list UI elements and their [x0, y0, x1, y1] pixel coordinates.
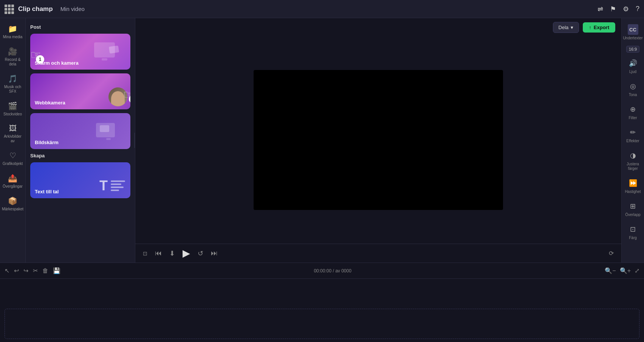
right-label-tona: Tona [629, 93, 637, 97]
sound-icon: 🔊 [628, 58, 638, 68]
skip-forward-icon[interactable]: ⏭ [211, 249, 218, 257]
skapa-section-title: Skapa [30, 153, 130, 159]
sidebar-item-my-media[interactable]: 📁 Mina media [2, 21, 24, 42]
time-total: av 0000 [335, 268, 351, 274]
select-tool-icon[interactable]: ↖ [5, 267, 9, 274]
card-skarm-label: Skärm och kamera [35, 60, 79, 66]
card-bild[interactable]: Bildskärm [30, 113, 130, 149]
video-title[interactable]: Min video [60, 6, 85, 12]
sidebar-item-stock[interactable]: 🎬 Stockvideo [2, 98, 24, 120]
skarm-decoration [80, 34, 131, 70]
sidebar-item-graphics[interactable]: ♡ Grafikobjekt [2, 148, 24, 169]
text-t-icon: T [99, 178, 108, 194]
sidebar-item-archives[interactable]: 🖼 Arkivbilder av [2, 121, 24, 146]
text-decoration: T [99, 178, 126, 194]
share-chevron-icon: ▾ [571, 25, 573, 30]
drop-zone [5, 309, 639, 339]
post-section-title: Post [30, 24, 130, 30]
zoom-in-icon[interactable]: 🔍+ [620, 267, 631, 274]
sidebar-item-music[interactable]: 🎵 Musik och SFX [2, 71, 24, 97]
share-button[interactable]: Dela ▾ [553, 22, 579, 33]
svg-rect-4 [106, 138, 111, 140]
undo-icon[interactable]: ↩ [14, 267, 19, 274]
time-separator: / [333, 268, 334, 274]
webcam-thumbnail [108, 87, 127, 106]
right-panel: CC Undertexter 16:9 🔊 Ljud ◎ Tona ⊕ Filt… [621, 18, 644, 263]
archives-icon: 🖼 [9, 124, 17, 133]
card-text[interactable]: T Text till tal [30, 162, 130, 198]
music-icon: 🎵 [8, 74, 17, 83]
right-item-effects[interactable]: ✏ Effekter [622, 124, 644, 146]
loop-icon[interactable]: ↺ [198, 249, 203, 258]
right-item-speed[interactable]: ⏩ Hastighet [622, 175, 644, 197]
webcam-person [111, 91, 125, 106]
zoom-out-icon[interactable]: 🔍− [605, 267, 616, 274]
sidebar-item-record[interactable]: 🎥 Record & dela [2, 44, 24, 70]
download-icon[interactable]: ⬇ [169, 249, 175, 258]
svg-rect-5 [100, 125, 109, 132]
right-item-overlay[interactable]: ⊞ Överlapp [622, 198, 644, 220]
topbar-left: Clip champ Min video [5, 5, 85, 14]
right-item-adjust-colors[interactable]: ◑ Justera färger [622, 147, 644, 174]
preview-area: Dela ▾ ↑ Export ⊡ ⏮ ⬇ ▶ ↺ ⏭ ⟳ [135, 18, 621, 263]
sidebar-item-transitions[interactable]: 📤 Övergångar [2, 171, 24, 192]
right-label-sound: Ljud [629, 70, 636, 74]
expand-timeline-icon[interactable]: ⤢ [635, 267, 639, 274]
save-icon[interactable]: 💾 [53, 267, 60, 274]
right-item-tona[interactable]: ◎ Tona [622, 78, 644, 100]
help-icon[interactable]: ? [636, 5, 639, 13]
flag-icon[interactable]: ⚑ [610, 5, 616, 13]
export-button[interactable]: ↑ Export [583, 22, 615, 33]
bild-decoration [80, 113, 131, 149]
sidebar-item-stickers[interactable]: 📦 Märkespaket [2, 193, 24, 215]
card-text-label: Text till tal [35, 189, 59, 194]
current-time: 00:00:00 / av 0000 [314, 268, 351, 274]
card-webb[interactable]: Webbkamera ☞ 2 [30, 73, 130, 109]
transitions-icon: 📤 [8, 174, 17, 183]
webb-decoration [80, 73, 131, 109]
right-label-effects: Effekter [626, 139, 639, 143]
speed-icon: ⏩ [628, 178, 638, 188]
tona-icon: ◎ [628, 81, 638, 92]
black-preview-screen [254, 70, 503, 210]
wave-decoration [111, 180, 126, 191]
sidebar-item-label-record: Record & dela [3, 58, 23, 67]
adjust-colors-icon: ◑ [628, 150, 638, 161]
right-label-speed: Hastighet [625, 190, 641, 194]
right-item-subtitles[interactable]: CC Undertexter [622, 21, 644, 44]
card-skarm[interactable]: Skärm och kamera ☞ 1 [30, 34, 130, 70]
redo-icon[interactable]: ↪ [23, 267, 28, 274]
my-media-icon: 📁 [8, 24, 17, 33]
right-label-filter: Filter [629, 116, 637, 120]
record-icon: 🎥 [8, 47, 17, 56]
play-icon[interactable]: ▶ [183, 247, 190, 259]
wave-bar-4 [111, 190, 119, 191]
topbar-right: ⇌ ⚑ ⚙ ? [598, 5, 639, 13]
wave-bar-3 [111, 187, 124, 188]
overlay-icon: ⊞ [628, 201, 638, 211]
sidebar-item-label-transitions: Övergångar [3, 184, 23, 189]
right-label-overlay: Överlapp [625, 213, 641, 217]
time-current: 00:00:00 [314, 268, 331, 274]
right-label-adjust-colors: Justera färger [624, 162, 642, 171]
right-item-crop[interactable]: ⊡ Färg [622, 221, 644, 243]
content-panel: Post Skärm och kamera ☞ 1 [26, 18, 135, 263]
svg-rect-1 [102, 58, 107, 61]
right-item-sound[interactable]: 🔊 Ljud [622, 55, 644, 77]
delete-icon[interactable]: 🗑 [42, 267, 48, 274]
export-upload-icon: ↑ [589, 25, 591, 30]
graphics-icon: ♡ [9, 151, 16, 160]
settings-icon[interactable]: ⚙ [623, 5, 629, 13]
right-label-crop: Färg [629, 236, 637, 240]
right-item-filter[interactable]: ⊕ Filter [622, 101, 644, 123]
sidebar-item-label-graphics: Grafikobjekt [3, 162, 23, 166]
aspect-ratio-badge[interactable]: 16:9 [626, 46, 639, 53]
cut-icon[interactable]: ✂ [33, 267, 38, 274]
share-connections-icon[interactable]: ⇌ [598, 5, 603, 13]
subtitles-toggle-icon[interactable]: ⊡ [143, 250, 147, 256]
wave-bar-1 [111, 180, 125, 182]
skip-back-icon[interactable]: ⏮ [155, 249, 162, 257]
refresh-icon[interactable]: ⟳ [609, 250, 614, 257]
grid-menu-icon[interactable] [5, 5, 14, 14]
card-webb-label: Webbkamera [35, 100, 65, 106]
